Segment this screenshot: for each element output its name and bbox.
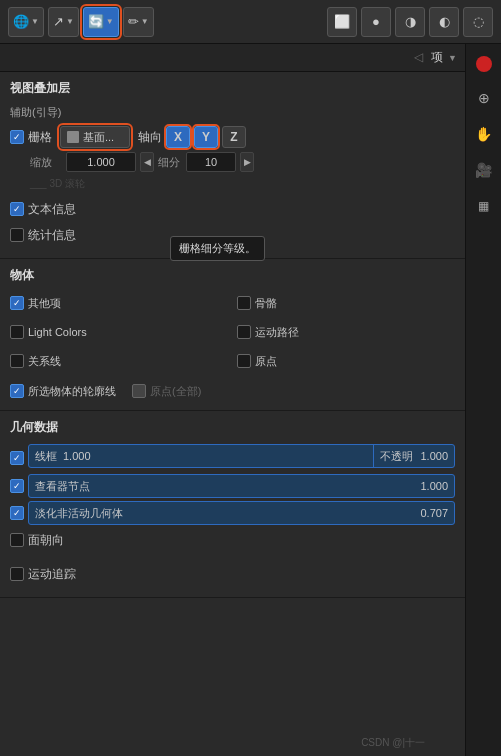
section-geometry: 几何数据 线框 1.000 不透明 1.000 (0, 411, 465, 598)
grid-base-button[interactable]: 基面... (60, 126, 130, 148)
side-icons: ⊕ ✋ 🎥 ▦ (465, 44, 501, 756)
axis-y-button[interactable]: Y (194, 126, 218, 148)
face-dir-label: 面朝向 (28, 532, 64, 549)
breadcrumb-label: 项 (431, 50, 443, 64)
text-info-row: 文本信息 (10, 198, 455, 220)
section-title-overlay: 视图叠加层 (10, 80, 455, 97)
grid-base-label: 基面... (83, 130, 114, 145)
motion-path-checkbox[interactable] (237, 325, 251, 339)
hidden-row: ___ 3D 滚轮 (10, 176, 455, 194)
subdiv-arrow-right[interactable]: ▶ (240, 152, 254, 172)
toolbar-square-btn[interactable]: ⬜ (327, 7, 357, 37)
toolbar-btn-3[interactable]: 🔄 ▼ (83, 7, 119, 37)
tooltip: 栅格细分等级。 (170, 236, 265, 261)
breadcrumb-bar: ◁ 项 ▼ (0, 44, 465, 72)
fade-inactive-checkbox[interactable] (10, 506, 24, 520)
watermark-text: CSDN @|十一 (361, 737, 425, 748)
wireframe-checkbox[interactable] (10, 451, 24, 465)
hand-icon[interactable]: ✋ (470, 120, 498, 148)
fade-inactive-row: 淡化非活动几何体 0.707 (10, 501, 455, 525)
section-overlay: 视图叠加层 辅助(引导) 栅格 基面... 轴向 X Y Z 缩放 (0, 72, 465, 259)
chevron-icon-2: ▼ (66, 17, 74, 26)
viewer-node-blue: 查看器节点 1.000 (28, 474, 455, 498)
zoom-value[interactable]: 1.000 (66, 152, 136, 172)
text-info-checkbox[interactable] (10, 202, 24, 216)
breadcrumb-icon: ◁ (414, 50, 423, 64)
toolbar-circle-btn[interactable]: ◌ (463, 7, 493, 37)
grid-side-icon[interactable]: ▦ (470, 192, 498, 220)
bones-checkbox[interactable] (237, 296, 251, 310)
square-icon: ⬜ (334, 14, 350, 29)
toolbar-btn-1[interactable]: 🌐 ▼ (8, 7, 44, 37)
wireframe-right: 不透明 1.000 (374, 445, 454, 467)
viewer-node-label: 查看器节点 (35, 479, 406, 494)
wireframe-left: 线框 1.000 (29, 445, 374, 467)
red-dot-icon (476, 56, 492, 72)
swatch-icon (67, 131, 79, 143)
face-dir-checkbox[interactable] (10, 533, 24, 547)
other-items-checkbox[interactable] (10, 296, 24, 310)
zoom-subdiv-row: 缩放 1.000 ◀ 细分 10 ▶ (10, 152, 455, 172)
crosshair-icon[interactable]: ⊕ (470, 84, 498, 112)
fade-inactive-label: 淡化非活动几何体 (35, 506, 406, 521)
circle-icon: ◌ (473, 14, 484, 29)
spacer (10, 555, 455, 563)
toolbar-sphere-btn[interactable]: ● (361, 7, 391, 37)
subdiv-arrow-left[interactable]: ◀ (140, 152, 154, 172)
chevron-icon-4: ▼ (141, 17, 149, 26)
axis-label: 轴向 (138, 129, 162, 146)
axis-x-button[interactable]: X (166, 126, 190, 148)
origin-all-checkbox[interactable] (132, 384, 146, 398)
motion-tracking-label: 运动追踪 (28, 566, 76, 583)
camera-icon[interactable]: 🎥 (470, 156, 498, 184)
light-colors-row: Light Colors (10, 321, 229, 343)
section-objects: 物体 其他项 骨骼 Light Colors (0, 259, 465, 411)
relations-row: 关系线 (10, 350, 229, 372)
subdiv-value[interactable]: 10 (186, 152, 236, 172)
motion-tracking-checkbox[interactable] (10, 567, 24, 581)
toolbar-half2-btn[interactable]: ◐ (429, 7, 459, 37)
grid-row: 栅格 基面... 轴向 X Y Z (10, 126, 455, 148)
axis-z-button[interactable]: Z (222, 126, 246, 148)
toolbar-btn-2[interactable]: ↗ ▼ (48, 7, 79, 37)
section-title-objects: 物体 (10, 267, 455, 284)
wireframe-label: 线框 (35, 449, 57, 464)
arrow-icon: ↗ (53, 14, 64, 29)
subdiv-label: 细分 (158, 155, 182, 170)
zoom-label: 缩放 (30, 155, 62, 170)
half-sphere-icon: ◑ (405, 14, 416, 29)
toolbar: 🌐 ▼ ↗ ▼ 🔄 ▼ ✏ ▼ ⬜ ● ◑ ◐ ◌ (0, 0, 501, 44)
relations-label: 关系线 (28, 354, 61, 369)
toolbar-half-sphere-btn[interactable]: ◑ (395, 7, 425, 37)
wireframe-value: 1.000 (63, 450, 91, 462)
stats-checkbox[interactable] (10, 228, 24, 242)
origin-row: 原点 (237, 350, 456, 372)
relations-checkbox[interactable] (10, 354, 24, 368)
fade-inactive-blue: 淡化非活动几何体 0.707 (28, 501, 455, 525)
viewer-node-checkbox[interactable] (10, 479, 24, 493)
tooltip-text: 栅格细分等级。 (179, 242, 256, 254)
opacity-value: 1.000 (420, 450, 448, 462)
panel: ◁ 项 ▼ 视图叠加层 辅助(引导) 栅格 基面... 轴向 X Y (0, 44, 465, 756)
grid-checkbox[interactable] (10, 130, 24, 144)
wireframe-split: 线框 1.000 不透明 1.000 (28, 444, 455, 468)
chevron-icon-1: ▼ (31, 17, 39, 26)
bones-row: 骨骼 (237, 292, 456, 314)
origin-all-label: 原点(全部) (150, 384, 201, 399)
half2-icon: ◐ (439, 14, 450, 29)
opacity-label: 不透明 (380, 449, 413, 464)
toolbar-right: ⬜ ● ◑ ◐ ◌ (327, 7, 493, 37)
origin-label: 原点 (255, 354, 277, 369)
light-colors-checkbox[interactable] (10, 325, 24, 339)
other-items-row: 其他项 (10, 292, 229, 314)
outline-checkbox[interactable] (10, 384, 24, 398)
viewer-node-value: 1.000 (412, 480, 448, 492)
bones-label: 骨骼 (255, 296, 277, 311)
toolbar-btn-4[interactable]: ✏ ▼ (123, 7, 154, 37)
breadcrumb-chevron: ▼ (448, 53, 457, 63)
objects-grid: 其他项 骨骼 Light Colors 运动路径 (10, 292, 455, 376)
origin-checkbox[interactable] (237, 354, 251, 368)
main-area: ◁ 项 ▼ 视图叠加层 辅助(引导) 栅格 基面... 轴向 X Y (0, 44, 501, 756)
motion-path-label: 运动路径 (255, 325, 299, 340)
chevron-icon-3: ▼ (106, 17, 114, 26)
